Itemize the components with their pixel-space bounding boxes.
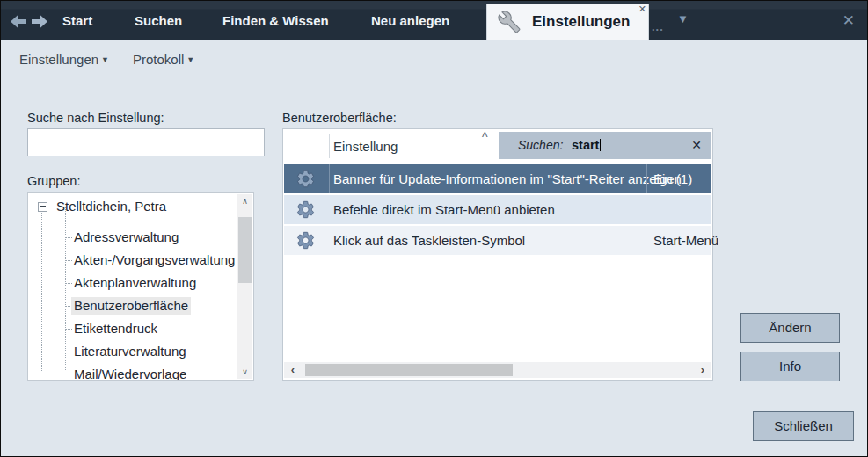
gear-icon (295, 230, 316, 254)
tree-item-benutzeroberflaeche[interactable]: Benutzeroberfläche (71, 297, 191, 315)
tree-scrollbar[interactable]: ∧ ∨ (237, 194, 252, 379)
menu-einstellungen-label: Einstellungen (19, 52, 98, 67)
menu-bar: Einstellungen▼ Protokoll▼ (1, 40, 867, 79)
window-close-icon[interactable]: ✕ (842, 11, 855, 30)
tree-item-mail-wiedervorlage[interactable]: Mail/Wiedervorlage (74, 366, 186, 381)
setting-value: Ein (1) (653, 164, 692, 193)
tree-line (65, 237, 72, 238)
sort-ascending-icon: ^ (482, 130, 488, 144)
tree-line (65, 207, 66, 370)
setting-name: Banner für Update-Informationen im "Star… (333, 164, 682, 193)
tree-collapse-icon[interactable] (38, 202, 47, 212)
column-header-einstellung[interactable]: Einstellung (333, 129, 398, 163)
settings-window: Start Suchen Finden & Wissen Neu anlegen… (0, 0, 868, 457)
scrollbar-thumb[interactable] (305, 364, 513, 376)
nav-bar: Start Suchen Finden & Wissen Neu anlegen… (1, 1, 867, 40)
tab-suchen[interactable]: Suchen (135, 1, 182, 40)
tab-list-dropdown-icon[interactable]: ▼ (677, 12, 689, 25)
tree-item-akten-vorgangsverwaltung[interactable]: Akten-/Vorgangsverwaltung (74, 251, 235, 269)
chevron-down-icon: ▼ (101, 55, 109, 64)
close-button[interactable]: Schließen (753, 411, 854, 441)
tab-overflow-ellipsis[interactable]: ... (652, 20, 664, 33)
search-setting-label: Suche nach Einstellung: (27, 111, 164, 125)
table-row[interactable]: Banner für Update-Informationen im "Star… (284, 164, 711, 193)
back-icon[interactable] (10, 14, 27, 29)
tree-line (65, 283, 72, 284)
tree-item-adressverwaltung[interactable]: Adressverwaltung (74, 228, 179, 246)
table-row[interactable]: Klick auf das Taskleisten-Symbol Start-M… (284, 226, 711, 255)
tab-neu-anlegen[interactable]: Neu anlegen (371, 1, 449, 40)
tab-einstellungen-active[interactable]: Einstellungen ✕ (486, 4, 649, 40)
scroll-right-icon[interactable]: › (696, 362, 710, 378)
tree-line (41, 213, 42, 371)
table-search-text: start (572, 138, 599, 152)
table-header[interactable]: Einstellung ^ Suchen: start ✕ (283, 129, 712, 163)
tree-line (65, 352, 72, 352)
tab-start[interactable]: Start (62, 1, 92, 40)
tree-line (65, 329, 72, 330)
text-cursor (600, 139, 601, 151)
change-button[interactable]: Ändern (740, 313, 840, 343)
scrollbar-thumb[interactable] (238, 217, 252, 283)
table-search-value[interactable]: start (572, 132, 601, 159)
setting-name: Klick auf das Taskleisten-Symbol (333, 226, 525, 255)
tree-item-literaturverwaltung[interactable]: Literaturverwaltung (74, 343, 186, 360)
scroll-down-icon[interactable]: ∨ (237, 365, 252, 379)
tree-item-aktenplanverwaltung[interactable]: Aktenplanverwaltung (74, 274, 196, 292)
forward-icon[interactable] (31, 14, 48, 29)
info-button[interactable]: Info (740, 352, 840, 381)
search-clear-icon[interactable]: ✕ (691, 132, 702, 159)
tree-line (65, 374, 72, 374)
wrench-icon (498, 11, 521, 37)
menu-protokoll-label: Protokoll (133, 52, 184, 67)
chevron-down-icon: ▼ (186, 55, 194, 64)
column-divider (646, 164, 647, 193)
tree-root-item[interactable]: Stelltdichein, Petra (56, 198, 166, 215)
tree-item-etikettendruck[interactable]: Etikettendruck (74, 320, 157, 337)
table-row[interactable]: Befehle direkt im Start-Menü anbieten (284, 195, 711, 224)
column-divider (329, 134, 330, 158)
active-tab-label: Einstellungen (532, 4, 630, 40)
column-divider (329, 164, 330, 193)
settings-table: Einstellung ^ Suchen: start ✕ Banner für… (282, 128, 713, 381)
setting-name: Befehle direkt im Start-Menü anbieten (333, 195, 555, 224)
settings-list-title: Benutzeroberfläche: (282, 111, 397, 125)
menu-protokoll[interactable]: Protokoll▼ (133, 40, 194, 79)
groups-label: Gruppen: (27, 174, 80, 188)
menu-einstellungen[interactable]: Einstellungen▼ (19, 40, 109, 79)
tab-finden-wissen[interactable]: Finden & Wissen (222, 1, 329, 40)
groups-tree: Stelltdichein, Petra Adressverwaltung Ak… (27, 192, 254, 381)
tree-line (65, 260, 72, 261)
search-setting-input[interactable] (27, 128, 265, 156)
gear-icon (295, 169, 316, 192)
scroll-up-icon[interactable]: ∧ (237, 194, 252, 208)
scroll-left-icon[interactable]: ‹ (286, 362, 300, 378)
tab-close-icon[interactable]: ✕ (638, 4, 646, 15)
table-horizontal-scrollbar[interactable]: ‹ › (284, 362, 711, 378)
gear-icon (295, 199, 316, 223)
table-search-label: Suchen: (518, 132, 563, 159)
setting-value: Start-Menü (653, 226, 718, 255)
table-search-box[interactable]: Suchen: start ✕ (499, 132, 711, 159)
